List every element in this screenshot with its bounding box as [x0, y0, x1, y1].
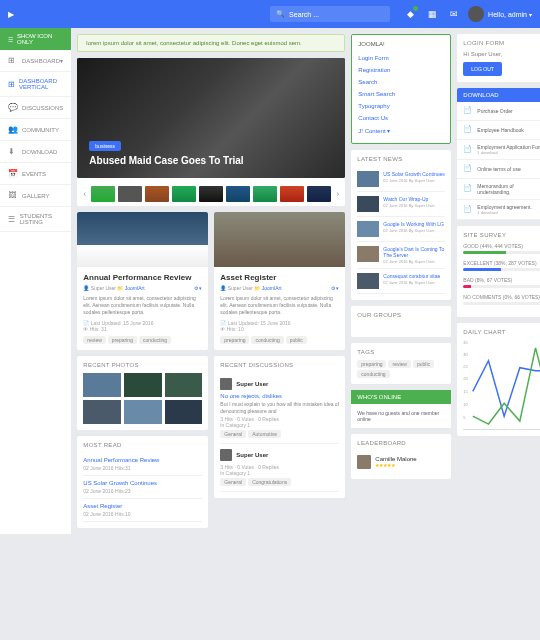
article-image[interactable]: [77, 212, 208, 267]
sidebar-item-gallery[interactable]: 🖼GALLERY: [0, 185, 71, 207]
avatar[interactable]: [220, 449, 232, 461]
sidebar-item-community[interactable]: 👥COMMUNITY: [0, 119, 71, 141]
tag[interactable]: preparing: [357, 360, 386, 368]
hero-slide[interactable]: business Abused Maid Case Goes To Trial: [77, 58, 345, 178]
tag[interactable]: conducting: [251, 336, 283, 344]
hero-title: Abused Maid Case Goes To Trial: [89, 155, 333, 166]
our-groups: OUR GROUPS: [351, 306, 451, 337]
photo[interactable]: [124, 373, 162, 397]
news-link[interactable]: US Solar Growth Continues: [383, 171, 445, 177]
thumb[interactable]: [226, 186, 250, 202]
notification-icon[interactable]: ◆: [400, 4, 420, 24]
download-link[interactable]: Purchase Order: [477, 108, 540, 114]
joomla-link[interactable]: J! Content ▾: [358, 124, 444, 137]
grid-icon: ⊞: [8, 80, 15, 89]
tag[interactable]: public: [286, 336, 307, 344]
daily-chart: DAILY CHART 3530252015105: [457, 323, 540, 436]
hello-user[interactable]: Hello, admin: [488, 11, 527, 18]
news-thumb[interactable]: [357, 221, 379, 237]
pdf-icon: 📄: [463, 106, 473, 116]
hero-card: business Abused Maid Case Goes To Trial …: [77, 58, 345, 206]
thumb[interactable]: [118, 186, 142, 202]
news-link[interactable]: Google Is Working With LG: [383, 221, 445, 227]
whos-online: WHO'S ONLINE We have no guests and one m…: [351, 390, 451, 428]
tag[interactable]: review: [83, 336, 105, 344]
tag[interactable]: preparing: [220, 336, 249, 344]
thumb[interactable]: [199, 186, 223, 202]
joomla-link[interactable]: Login Form: [358, 52, 444, 64]
download-link[interactable]: Online terms of use: [477, 166, 540, 172]
news-thumb[interactable]: [357, 171, 379, 187]
grid-icon[interactable]: ▦: [422, 4, 442, 24]
search-input[interactable]: Search ...: [270, 6, 390, 22]
download-link[interactable]: Memorandum of understanding.: [477, 183, 540, 195]
chat-icon: 💬: [8, 103, 18, 112]
most-read-link[interactable]: US Solar Growth Continues: [83, 480, 202, 486]
sidebar-item-students[interactable]: ☰STUDENTS LISTING: [0, 207, 71, 232]
sidebar-item-events[interactable]: 📅EVENTS: [0, 163, 71, 185]
thumb[interactable]: [91, 186, 115, 202]
photo[interactable]: [124, 400, 162, 424]
sidebar: SHOW ICON ONLY ⊞DASHBOARD▾ ⊞DASHBOARD VE…: [0, 28, 71, 534]
tag[interactable]: conducting: [357, 370, 389, 378]
joomla-link[interactable]: Smart Search: [358, 88, 444, 100]
thumb[interactable]: [172, 186, 196, 202]
calendar-icon: 📅: [8, 169, 18, 178]
most-read-link[interactable]: Annual Performance Review: [83, 457, 202, 463]
joomla-link[interactable]: Typography: [358, 100, 444, 112]
joomla-link[interactable]: Contact Us: [358, 112, 444, 124]
tag[interactable]: review: [388, 360, 410, 368]
sidebar-item-discussions[interactable]: 💬DISCUSSIONS: [0, 97, 71, 119]
show-icon-toggle[interactable]: SHOW ICON ONLY: [0, 28, 71, 50]
article-card: Annual Performance Review 👤 Super User 📁…: [77, 212, 208, 350]
download-link[interactable]: Employee Handbook: [477, 127, 540, 133]
gear-icon[interactable]: ⚙ ▾: [331, 285, 339, 291]
discussion-link[interactable]: No one rejects, dislikes: [220, 393, 339, 399]
txt-icon: 📄: [463, 164, 473, 174]
thumb[interactable]: [145, 186, 169, 202]
news-thumb[interactable]: [357, 196, 379, 212]
tag[interactable]: conducting: [139, 336, 171, 344]
joomla-link[interactable]: Registration: [358, 64, 444, 76]
sidebar-item-download[interactable]: ⬇DOWNLOAD: [0, 141, 71, 163]
logo-icon[interactable]: ▶: [8, 10, 14, 19]
mail-icon[interactable]: ✉: [444, 4, 464, 24]
news-link[interactable]: Google's Dart Is Coming To The Server: [383, 246, 445, 258]
news-link[interactable]: Watch Our Wrap-Up: [383, 196, 445, 202]
thumb[interactable]: [280, 186, 304, 202]
thumb[interactable]: [253, 186, 277, 202]
joomla-link[interactable]: Search: [358, 76, 444, 88]
pdf-icon: 📄: [463, 145, 473, 155]
sidebar-item-dashboard[interactable]: ⊞DASHBOARD▾: [0, 50, 71, 72]
login-form: LOGIN FORM Hi Super User, LOG OUT: [457, 34, 540, 82]
news-thumb[interactable]: [357, 273, 379, 289]
hero-badge: business: [89, 141, 121, 151]
news-thumb[interactable]: [357, 246, 379, 262]
pdf-icon: 📄: [463, 205, 473, 215]
news-link[interactable]: Consequat curabitur vitae: [383, 273, 445, 279]
avatar[interactable]: [357, 455, 371, 469]
photo[interactable]: [165, 400, 203, 424]
leaderboard: LEADERBOARD Camille Malone★★★★★: [351, 434, 451, 479]
avatar[interactable]: [220, 378, 232, 390]
logout-button[interactable]: LOG OUT: [463, 62, 502, 76]
joomla-menu: JOOMLA! Login Form Registration Search S…: [351, 34, 451, 144]
photo[interactable]: [83, 400, 121, 424]
article-image[interactable]: [214, 212, 345, 267]
image-icon: 🖼: [8, 191, 18, 200]
photo[interactable]: [83, 373, 121, 397]
article-title[interactable]: Asset Register: [220, 273, 339, 282]
sidebar-item-dashboard-vertical[interactable]: ⊞DASHBOARD VERTICAL: [0, 72, 71, 97]
download-section: DOWNLOAD 📄Purchase Order714 KB 📄Employee…: [457, 88, 540, 220]
avatar[interactable]: [468, 6, 484, 22]
tag[interactable]: public: [413, 360, 434, 368]
photo[interactable]: [165, 373, 203, 397]
next-arrow[interactable]: ›: [334, 189, 341, 199]
most-read-link[interactable]: Asset Register: [83, 503, 202, 509]
prev-arrow[interactable]: ‹: [81, 189, 88, 199]
tag[interactable]: preparing: [108, 336, 137, 344]
thumb[interactable]: [307, 186, 331, 202]
gear-icon[interactable]: ⚙ ▾: [194, 285, 202, 291]
recent-photos: RECENT PHOTOS: [77, 356, 208, 430]
article-title[interactable]: Annual Performance Review: [83, 273, 202, 282]
